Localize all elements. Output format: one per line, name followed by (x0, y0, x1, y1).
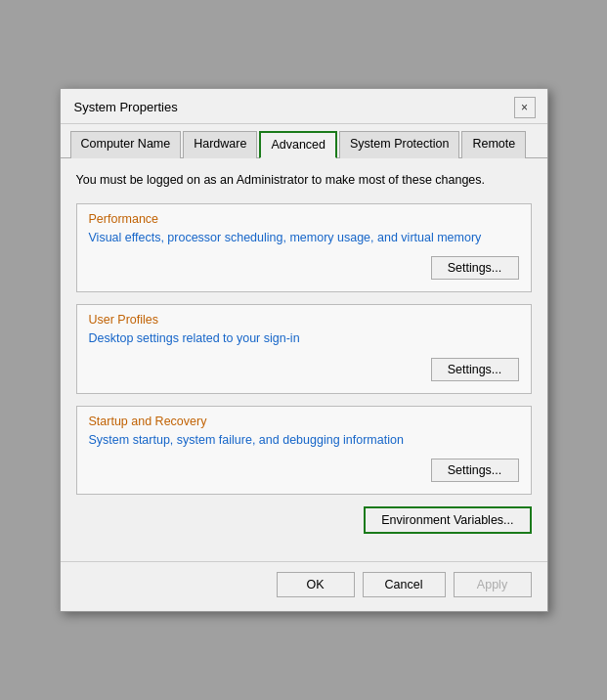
user-profiles-btn-row: Settings... (89, 358, 519, 381)
cancel-button[interactable]: Cancel (363, 572, 446, 597)
title-bar: System Properties × (61, 89, 547, 124)
ok-button[interactable]: OK (277, 572, 355, 597)
tab-bar: Computer Name Hardware Advanced System P… (61, 124, 547, 158)
tab-hardware[interactable]: Hardware (183, 131, 257, 158)
tab-system-protection[interactable]: System Protection (339, 131, 459, 158)
user-profiles-section: User Profiles Desktop settings related t… (76, 304, 532, 394)
performance-btn-row: Settings... (89, 256, 519, 280)
apply-button[interactable]: Apply (454, 572, 532, 597)
environment-variables-button[interactable]: Environment Variables... (364, 506, 531, 534)
dialog-footer: OK Cancel Apply (61, 561, 547, 611)
tab-computer-name[interactable]: Computer Name (70, 131, 182, 158)
env-variables-row: Environment Variables... (76, 506, 532, 534)
performance-description: Visual effects, processor scheduling, me… (89, 230, 519, 247)
performance-settings-button[interactable]: Settings... (431, 256, 519, 280)
startup-recovery-description: System startup, system failure, and debu… (89, 432, 519, 450)
tab-advanced[interactable]: Advanced (259, 131, 337, 158)
startup-recovery-btn-row: Settings... (89, 459, 519, 482)
startup-recovery-section: Startup and Recovery System startup, sys… (76, 406, 532, 496)
startup-recovery-label: Startup and Recovery (89, 415, 519, 428)
tab-remote[interactable]: Remote (461, 131, 526, 158)
user-profiles-description: Desktop settings related to your sign-in (89, 330, 519, 348)
system-properties-dialog: System Properties × Computer Name Hardwa… (60, 88, 548, 612)
dialog-title: System Properties (74, 100, 178, 114)
startup-recovery-settings-button[interactable]: Settings... (431, 459, 519, 482)
user-profiles-label: User Profiles (89, 313, 519, 327)
user-profiles-settings-button[interactable]: Settings... (431, 358, 519, 381)
close-button[interactable]: × (514, 97, 536, 118)
tab-content: You must be logged on as an Administrato… (61, 158, 547, 561)
performance-section: Performance Visual effects, processor sc… (76, 203, 532, 293)
performance-label: Performance (89, 212, 519, 226)
admin-note: You must be logged on as an Administrato… (76, 172, 532, 190)
